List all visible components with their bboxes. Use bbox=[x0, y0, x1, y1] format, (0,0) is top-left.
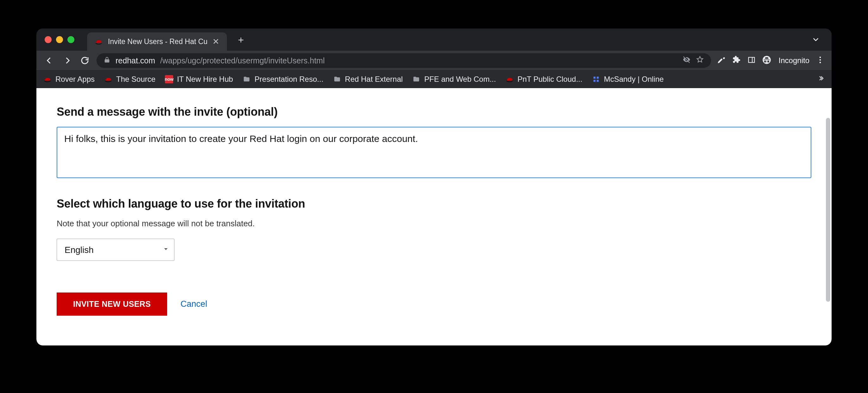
bookmark-label: Presentation Reso... bbox=[254, 75, 323, 84]
page-viewport: Send a message with the invite (optional… bbox=[36, 88, 832, 345]
window-traffic-lights bbox=[44, 36, 74, 43]
bookmark-label: Red Hat External bbox=[345, 75, 403, 84]
scrollbar-thumb[interactable] bbox=[826, 118, 830, 302]
page-content: Send a message with the invite (optional… bbox=[36, 88, 832, 345]
window-close-button[interactable] bbox=[44, 36, 52, 43]
page-scrollbar[interactable] bbox=[825, 88, 831, 337]
nav-forward-button[interactable] bbox=[61, 55, 73, 66]
svg-point-1 bbox=[819, 57, 821, 58]
bookmark-label: Rover Apps bbox=[55, 75, 95, 84]
bookmark-item[interactable]: Rover Apps bbox=[43, 75, 95, 84]
lock-icon bbox=[103, 56, 111, 65]
url-host: redhat.com bbox=[116, 56, 155, 65]
extensions-icon[interactable] bbox=[732, 55, 741, 65]
language-select-wrap: English bbox=[57, 238, 175, 261]
tab-close-icon[interactable]: ✕ bbox=[212, 37, 219, 46]
bookmark-label: PFE and Web Com... bbox=[424, 75, 496, 84]
invite-message-textarea[interactable] bbox=[57, 127, 811, 178]
svg-rect-4 bbox=[593, 77, 595, 79]
svg-rect-5 bbox=[596, 77, 598, 79]
svg-point-3 bbox=[819, 62, 821, 63]
bookmark-label: PnT Public Cloud... bbox=[518, 75, 583, 84]
browser-window: Invite New Users - Red Hat Cu ✕ ＋ bbox=[36, 29, 832, 345]
language-section-title: Select which language to use for the inv… bbox=[57, 197, 811, 210]
svg-rect-7 bbox=[596, 80, 598, 82]
new-tab-button[interactable]: ＋ bbox=[234, 33, 248, 47]
incognito-icon[interactable] bbox=[762, 55, 771, 65]
servicenow-icon: now bbox=[165, 75, 173, 83]
incognito-label: Incognito bbox=[779, 56, 809, 65]
message-section-title: Send a message with the invite (optional… bbox=[57, 105, 811, 118]
bookmark-folder[interactable]: Red Hat External bbox=[333, 75, 403, 84]
tabs-dropdown-icon[interactable] bbox=[809, 29, 823, 51]
bookmark-item[interactable]: now IT New Hire Hub bbox=[165, 75, 233, 84]
bookmark-folder[interactable]: Presentation Reso... bbox=[243, 75, 323, 84]
folder-icon bbox=[243, 75, 251, 83]
redhat-favicon-icon bbox=[95, 37, 103, 46]
sidepanel-icon[interactable] bbox=[747, 55, 756, 65]
folder-icon bbox=[333, 75, 341, 83]
folder-icon bbox=[412, 75, 421, 83]
redhat-icon bbox=[43, 75, 52, 83]
tab-title: Invite New Users - Red Hat Cu bbox=[108, 37, 207, 46]
bookmark-item[interactable]: PnT Public Cloud... bbox=[505, 75, 583, 84]
bookmark-label: IT New Hire Hub bbox=[177, 75, 233, 84]
bookmark-label: McSandy | Online bbox=[604, 75, 664, 84]
eyedropper-icon[interactable] bbox=[717, 55, 725, 65]
browser-menu-icon[interactable] bbox=[816, 55, 825, 65]
bookmark-label: The Source bbox=[116, 75, 155, 84]
screenshot-stage: Invite New Users - Red Hat Cu ✕ ＋ bbox=[0, 0, 868, 393]
invite-new-users-button[interactable]: INVITE NEW USERS bbox=[57, 292, 167, 316]
svg-rect-6 bbox=[593, 80, 595, 82]
toolbar-right: Incognito bbox=[717, 55, 825, 65]
star-icon[interactable] bbox=[696, 55, 704, 65]
nav-back-button[interactable] bbox=[43, 55, 55, 66]
bookmark-folder[interactable]: PFE and Web Com... bbox=[412, 75, 496, 84]
window-minimize-button[interactable] bbox=[56, 36, 63, 43]
eye-off-icon[interactable] bbox=[682, 55, 691, 65]
svg-point-2 bbox=[819, 59, 821, 61]
window-zoom-button[interactable] bbox=[67, 36, 74, 43]
browser-tab-active[interactable]: Invite New Users - Red Hat Cu ✕ bbox=[87, 32, 227, 51]
bookmark-item[interactable]: The Source bbox=[104, 75, 155, 84]
bookmark-item[interactable]: McSandy | Online bbox=[592, 75, 664, 84]
redhat-icon bbox=[104, 75, 113, 83]
form-actions: INVITE NEW USERS Cancel bbox=[57, 292, 811, 316]
url-path: /wapps/ugc/protected/usermgt/inviteUsers… bbox=[160, 56, 325, 65]
address-bar[interactable]: redhat.com/wapps/ugc/protected/usermgt/i… bbox=[97, 53, 711, 68]
bookmarks-overflow-icon[interactable] bbox=[817, 75, 825, 84]
tab-strip: Invite New Users - Red Hat Cu ✕ ＋ bbox=[36, 29, 832, 51]
browser-toolbar: redhat.com/wapps/ugc/protected/usermgt/i… bbox=[36, 51, 832, 71]
language-note: Note that your optional message will not… bbox=[57, 219, 811, 228]
app-grid-icon bbox=[592, 75, 600, 83]
redhat-icon bbox=[505, 75, 514, 83]
bookmarks-bar: Rover Apps The Source now IT New Hire Hu… bbox=[36, 71, 832, 88]
cancel-link[interactable]: Cancel bbox=[180, 299, 207, 309]
nav-reload-button[interactable] bbox=[79, 55, 91, 66]
language-select[interactable]: English bbox=[57, 238, 175, 261]
